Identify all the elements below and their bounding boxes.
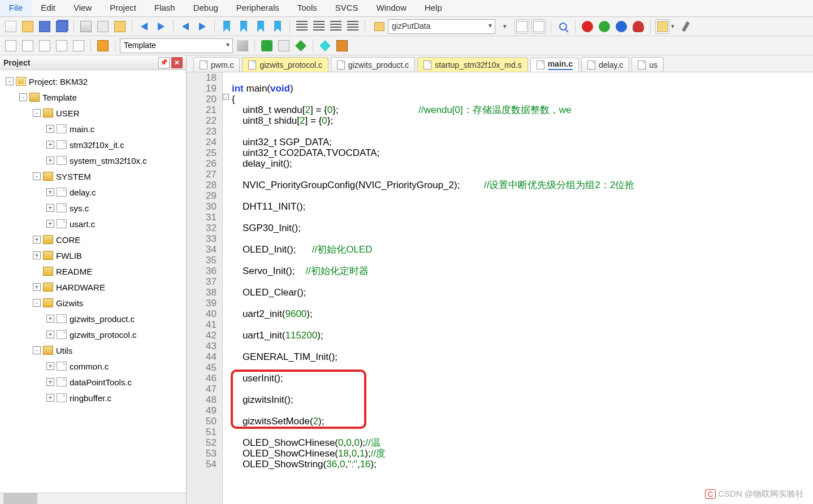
code-source[interactable]: int main(void){ uint8_t wendu[2] = {0}; …: [232, 72, 813, 504]
tree-item[interactable]: -Utils: [1, 342, 185, 358]
project-tree[interactable]: -Project: BKM32-Template-USER+main.c+stm…: [0, 70, 186, 493]
paste-button[interactable]: [113, 19, 127, 34]
download-button[interactable]: [96, 38, 110, 53]
expand-icon[interactable]: +: [33, 283, 41, 291]
menu-project[interactable]: Project: [101, 0, 145, 16]
breakpoint-disable-button[interactable]: [614, 19, 629, 34]
menu-peripherals[interactable]: Peripherals: [227, 0, 288, 16]
expand-icon[interactable]: +: [46, 141, 54, 149]
collapse-icon[interactable]: -: [6, 77, 14, 85]
target-combo[interactable]: Template: [120, 38, 233, 53]
tree-item[interactable]: +gizwits_product.c: [1, 311, 185, 327]
debug-start-button[interactable]: [556, 19, 570, 34]
build-button[interactable]: [20, 38, 35, 53]
manage-components-button[interactable]: [260, 38, 274, 53]
tree-item[interactable]: +common.c: [1, 358, 185, 374]
tree-item[interactable]: +sys.c: [1, 200, 185, 216]
close-panel-button[interactable]: ✕: [171, 57, 183, 68]
expand-icon[interactable]: +: [46, 362, 54, 370]
redo-button[interactable]: [154, 19, 168, 34]
nav-fwd-button[interactable]: [195, 19, 210, 34]
collapse-icon[interactable]: -: [33, 346, 41, 354]
batch-build-button[interactable]: [54, 38, 69, 53]
rebuild-button[interactable]: [37, 38, 52, 53]
find-dropdown-button[interactable]: ▾: [498, 19, 512, 34]
expand-icon[interactable]: +: [46, 220, 54, 228]
incremental-find-button[interactable]: [531, 19, 546, 34]
comment-button[interactable]: [328, 19, 343, 34]
menu-edit[interactable]: Edit: [32, 0, 64, 16]
editor-tab[interactable]: main.c: [530, 58, 579, 72]
window-layout-button[interactable]: [655, 19, 670, 34]
collapse-icon[interactable]: -: [19, 93, 27, 101]
bookmark-clear-button[interactable]: [270, 19, 285, 34]
collapse-icon[interactable]: -: [33, 109, 41, 117]
project-hscroll[interactable]: [0, 493, 186, 504]
tree-item[interactable]: +gizwits_protocol.c: [1, 327, 185, 342]
tree-item[interactable]: -USER: [1, 105, 185, 121]
tree-item[interactable]: +usart.c: [1, 216, 185, 232]
configure-button[interactable]: [677, 19, 691, 34]
new-file-button[interactable]: [3, 19, 18, 34]
editor-tab[interactable]: gizwits_product.c: [331, 57, 415, 72]
undo-button[interactable]: [137, 19, 152, 34]
expand-icon[interactable]: +: [46, 125, 54, 133]
expand-icon[interactable]: +: [46, 188, 54, 196]
breakpoint-enable-button[interactable]: [597, 19, 612, 34]
menu-tools[interactable]: Tools: [288, 0, 326, 16]
tree-item[interactable]: README: [1, 263, 185, 279]
outdent-button[interactable]: [312, 19, 326, 34]
find-in-files-button[interactable]: [514, 19, 529, 34]
translate-button[interactable]: [3, 38, 18, 53]
tree-item[interactable]: +main.c: [1, 121, 185, 137]
expand-icon[interactable]: +: [46, 157, 54, 164]
uncomment-button[interactable]: [345, 19, 360, 34]
tree-item[interactable]: +stm32f10x_it.c: [1, 137, 185, 153]
nav-back-button[interactable]: [178, 19, 193, 34]
tree-item[interactable]: -Project: BKM32: [1, 73, 185, 89]
breakpoint-kill-button[interactable]: [631, 19, 646, 34]
expand-icon[interactable]: +: [46, 378, 54, 386]
menu-help[interactable]: Help: [416, 0, 451, 16]
bookmark-toggle-button[interactable]: [219, 19, 234, 34]
tree-item[interactable]: +CORE: [1, 232, 185, 247]
menu-flash[interactable]: Flash: [145, 0, 184, 16]
cut-button[interactable]: [79, 19, 93, 34]
pin-icon[interactable]: 📌: [158, 57, 170, 68]
menu-svcs[interactable]: SVCS: [326, 0, 367, 16]
menu-file[interactable]: File: [0, 0, 32, 16]
stop-build-button[interactable]: [71, 38, 86, 53]
bookmark-next-button[interactable]: [253, 19, 268, 34]
save-all-button[interactable]: [54, 19, 69, 34]
code-editor[interactable]: 1819202122232425262728293031323334353637…: [187, 72, 813, 504]
tree-item[interactable]: -SYSTEM: [1, 168, 185, 184]
pack-installer-button[interactable]: [318, 38, 332, 53]
tree-item[interactable]: -Template: [1, 89, 185, 105]
expand-icon[interactable]: +: [33, 236, 41, 244]
collapse-icon[interactable]: -: [33, 172, 41, 180]
editor-tab[interactable]: us: [632, 57, 664, 72]
collapse-icon[interactable]: -: [33, 299, 41, 307]
editor-tab[interactable]: gizwits_protocol.c: [242, 57, 328, 72]
editor-tab[interactable]: pwm.c: [193, 57, 240, 72]
tree-item[interactable]: -Gizwits: [1, 295, 185, 311]
editor-tab[interactable]: startup_stm32f10x_md.s: [417, 57, 527, 72]
save-button[interactable]: [37, 19, 52, 34]
menu-view[interactable]: View: [64, 0, 101, 16]
breakpoint-insert-button[interactable]: [580, 19, 595, 34]
tree-item[interactable]: +system_stm32f10x.c: [1, 153, 185, 168]
target-options-button[interactable]: [235, 38, 250, 53]
expand-icon[interactable]: +: [46, 315, 54, 323]
expand-icon[interactable]: +: [33, 251, 41, 259]
fold-marker-icon[interactable]: -: [223, 94, 229, 100]
books-button[interactable]: [335, 38, 349, 53]
copy-button[interactable]: [96, 19, 110, 34]
indent-button[interactable]: [295, 19, 309, 34]
tree-item[interactable]: +FWLIB: [1, 247, 185, 263]
menu-debug[interactable]: Debug: [184, 0, 227, 16]
open-button[interactable]: [20, 19, 35, 34]
tree-item[interactable]: +ringbuffer.c: [1, 390, 185, 406]
tree-item[interactable]: +delay.c: [1, 184, 185, 200]
bookmark-prev-button[interactable]: [236, 19, 251, 34]
expand-icon[interactable]: +: [46, 394, 54, 402]
